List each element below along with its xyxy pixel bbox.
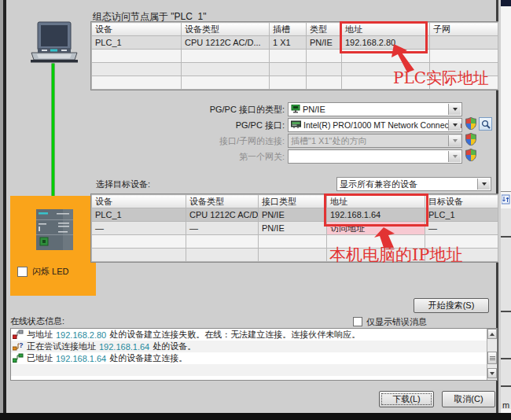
flash-led-label: 闪烁 LED [32, 267, 68, 277]
divider [501, 236, 511, 238]
background-panel [501, 208, 511, 409]
scroll-up-button[interactable] [487, 329, 497, 339]
cell-device-type: — [186, 222, 259, 235]
download-dialog-screen: m [0, 0, 511, 420]
connection-trying-icon: ? [13, 341, 24, 352]
sort-icon[interactable] [502, 194, 510, 206]
errors-only-label: 仅显示错误消息 [366, 316, 427, 328]
shield-icon[interactable] [465, 149, 476, 163]
magnifier-icon [481, 120, 491, 129]
shield-icon[interactable] [465, 133, 476, 147]
plc-device-image [36, 209, 73, 252]
connection-failed-icon [13, 330, 24, 341]
gateway-label: 第一个网关: [142, 149, 285, 164]
col-header-type[interactable]: 类型 [307, 23, 342, 36]
shield-icon[interactable] [465, 117, 476, 131]
background-text-fragment: m [502, 400, 509, 410]
message-scrollbar[interactable] [487, 329, 497, 380]
select-target-label: 选择目标设备: [96, 179, 150, 190]
pg-pc-image [29, 21, 79, 66]
col-header-subnet[interactable]: 子网 [430, 23, 498, 36]
compatible-devices-filter[interactable]: 显示所有兼容的设备 [336, 177, 491, 191]
svg-text:?: ? [19, 341, 24, 349]
pgpc-interface-label: PG/PC 接口: [142, 118, 285, 132]
status-message-empty [11, 364, 497, 376]
scroll-down-button[interactable] [487, 368, 497, 378]
cell-type: PN/IE [307, 36, 342, 50]
left-window-edge [0, 0, 6, 420]
status-message-trying: ? 正在尝试连接地址 192.168.1.64 处的设备。 [11, 341, 497, 352]
plc-address-annotation: PLC实际地址 [393, 68, 489, 89]
cell-interface-type: PN/IE [259, 222, 327, 235]
col-header-device-type[interactable]: 设备类型 [186, 195, 259, 208]
connection-ok-icon [13, 353, 24, 364]
table-row[interactable]: PLC_1 CPU 1212C AC/D... 1 X1 PN/IE 192.1… [92, 36, 498, 50]
background-titlebar-fragment [501, 0, 511, 6]
cell-device-type: CPU 1212C AC/D... [182, 36, 270, 50]
chevron-down-icon[interactable] [448, 120, 461, 131]
cell-slot: 1 X1 [270, 36, 307, 50]
cell-subnet [430, 36, 498, 50]
pgpc-interface-select[interactable]: Intel(R) PRO/1000 MT Network Connection [288, 118, 462, 132]
pc-address-annotation: 本机电脑的IP地址 [329, 244, 462, 266]
chevron-down-icon [448, 135, 461, 146]
pgpc-type-label: PG/PC 接口的类型: [142, 102, 285, 116]
divider [501, 311, 511, 312]
chevron-down-icon[interactable] [477, 179, 490, 190]
col-header-slot[interactable]: 插槽 [270, 23, 307, 36]
cell-device: PLC_1 [92, 208, 186, 222]
chevron-down-icon[interactable] [448, 104, 461, 115]
cancel-button[interactable]: 取消(C) [442, 391, 495, 407]
cell-device-type: CPU 1212C AC/D... [186, 208, 259, 222]
errors-only-checkbox[interactable] [353, 317, 362, 326]
status-message-connected: 已地址 192.168.1.64 处的设备建立连接。 [11, 352, 497, 364]
table-row-selected[interactable]: PLC_1 CPU 1212C AC/D... PN/IE 192.168.1.… [92, 208, 498, 222]
col-header-device[interactable]: 设备 [92, 195, 186, 208]
scroll-thumb[interactable] [487, 352, 497, 364]
cell-device: — [92, 222, 186, 235]
subnet-connection-value: 插槽"1 X1"处的方向 [291, 135, 366, 147]
network-adapter-icon [291, 120, 301, 130]
status-message-list[interactable]: 与地址 192.168.2.80 处的设备建立连接失败。在线：无法建立连接。连接… [10, 328, 498, 381]
cell-target-device: — [425, 222, 498, 235]
filter-value: 显示所有兼容的设备 [340, 179, 417, 190]
table-row-empty [92, 50, 498, 63]
download-button[interactable]: 下载(L) [379, 391, 434, 407]
start-search-button[interactable]: 开始搜索(S) [414, 298, 489, 313]
pc-address-highlight-box [324, 193, 428, 227]
flash-led-checkbox[interactable] [17, 267, 28, 277]
divider [501, 358, 511, 359]
col-header-target-device[interactable]: 目标设备 [425, 195, 498, 208]
subnet-connection-label: 接口/子网的连接: [142, 134, 285, 148]
table-row[interactable]: — — PN/IE 访问地址 — [92, 222, 498, 235]
cell-device: PLC_1 [92, 36, 182, 50]
online-status-label: 在线状态信息: [10, 315, 64, 327]
status-message-failed: 与地址 192.168.2.80 处的设备建立连接失败。在线：无法建立连接。连接… [11, 329, 497, 341]
cell-interface-type: PN/IE [259, 208, 327, 222]
col-header-interface-type[interactable]: 接口类型 [259, 195, 327, 208]
col-header-device[interactable]: 设备 [92, 23, 182, 36]
gateway-select [288, 149, 462, 164]
cell-target-device: PLC_1 [425, 208, 498, 222]
pgpc-interface-value: Intel(R) PRO/1000 MT Network Connection [303, 120, 461, 130]
pgpc-type-value: PN/IE [303, 105, 325, 114]
bottom-window-edge [0, 413, 511, 420]
pnie-icon [291, 105, 300, 115]
subnet-connection-select: 插槽"1 X1"处的方向 [288, 134, 462, 148]
browse-network-button[interactable] [479, 117, 492, 131]
pgpc-type-select[interactable]: PN/IE [288, 102, 462, 116]
col-header-device-type[interactable]: 设备类型 [182, 23, 270, 36]
chevron-down-icon [448, 151, 461, 162]
divider [501, 191, 511, 192]
connection-line [52, 64, 54, 210]
divider [501, 385, 511, 387]
